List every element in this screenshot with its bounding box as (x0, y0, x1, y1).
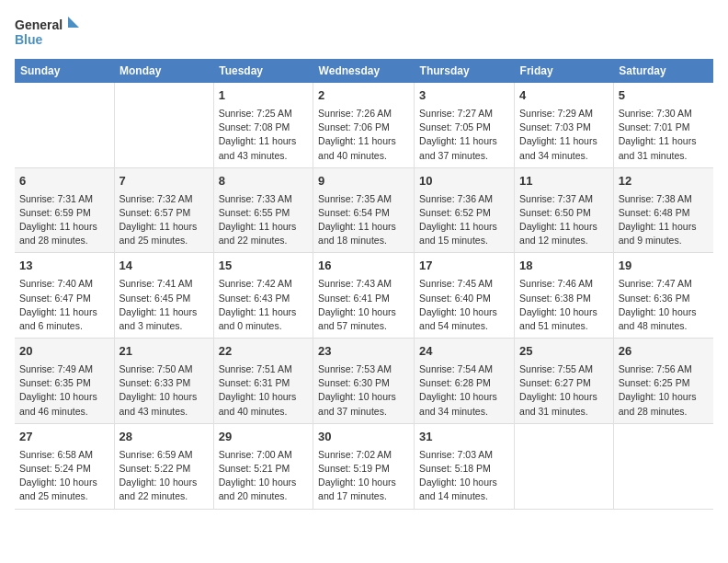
header-wednesday: Wednesday (313, 59, 415, 83)
day-info: Sunrise: 7:27 AMSunset: 7:05 PMDaylight:… (419, 107, 509, 163)
calendar-cell: 9Sunrise: 7:35 AMSunset: 6:54 PMDaylight… (313, 167, 415, 253)
day-number: 3 (419, 87, 509, 105)
calendar-cell: 27Sunrise: 6:58 AMSunset: 5:24 PMDayligh… (15, 423, 114, 509)
day-info: Sunrise: 7:25 AMSunset: 7:08 PMDaylight:… (219, 107, 308, 163)
day-info: Sunrise: 7:03 AMSunset: 5:18 PMDaylight:… (419, 448, 509, 504)
day-info: Sunrise: 7:37 AMSunset: 6:50 PMDaylight:… (519, 192, 609, 248)
calendar-cell: 24Sunrise: 7:54 AMSunset: 6:28 PMDayligh… (415, 339, 515, 424)
calendar-week-row: 20Sunrise: 7:49 AMSunset: 6:35 PMDayligh… (15, 339, 713, 424)
day-info: Sunrise: 7:38 AMSunset: 6:48 PMDaylight:… (619, 192, 709, 248)
day-number: 31 (419, 429, 509, 446)
day-info: Sunrise: 7:51 AMSunset: 6:31 PMDaylight:… (219, 362, 308, 419)
page-header: GeneralBlue (15, 15, 713, 50)
day-number: 11 (519, 173, 609, 190)
calendar-cell: 19Sunrise: 7:47 AMSunset: 6:36 PMDayligh… (613, 253, 713, 339)
day-info: Sunrise: 7:54 AMSunset: 6:28 PMDaylight:… (419, 362, 509, 419)
calendar-cell (613, 423, 713, 509)
day-number: 28 (119, 429, 209, 446)
day-number: 10 (419, 173, 509, 190)
calendar-cell: 23Sunrise: 7:53 AMSunset: 6:30 PMDayligh… (313, 339, 415, 424)
calendar-cell: 5Sunrise: 7:30 AMSunset: 7:01 PMDaylight… (613, 83, 713, 167)
day-number: 9 (318, 173, 409, 190)
day-number: 24 (419, 343, 509, 361)
calendar-cell: 29Sunrise: 7:00 AMSunset: 5:21 PMDayligh… (213, 423, 313, 509)
day-number: 16 (318, 258, 409, 275)
calendar-header-row: SundayMondayTuesdayWednesdayThursdayFrid… (15, 59, 713, 83)
calendar-cell: 18Sunrise: 7:46 AMSunset: 6:38 PMDayligh… (515, 253, 614, 339)
day-number: 27 (19, 429, 109, 446)
day-info: Sunrise: 7:53 AMSunset: 6:30 PMDaylight:… (318, 362, 409, 419)
calendar-cell: 14Sunrise: 7:41 AMSunset: 6:45 PMDayligh… (114, 253, 213, 339)
calendar-cell: 11Sunrise: 7:37 AMSunset: 6:50 PMDayligh… (515, 167, 614, 253)
day-info: Sunrise: 7:45 AMSunset: 6:40 PMDaylight:… (419, 277, 509, 333)
day-info: Sunrise: 7:47 AMSunset: 6:36 PMDaylight:… (619, 277, 709, 333)
calendar-week-row: 13Sunrise: 7:40 AMSunset: 6:47 PMDayligh… (15, 253, 713, 339)
calendar-cell: 12Sunrise: 7:38 AMSunset: 6:48 PMDayligh… (613, 167, 713, 253)
header-friday: Friday (515, 59, 614, 83)
day-info: Sunrise: 7:56 AMSunset: 6:25 PMDaylight:… (619, 362, 709, 419)
calendar-cell: 31Sunrise: 7:03 AMSunset: 5:18 PMDayligh… (415, 423, 515, 509)
day-number: 5 (619, 87, 709, 105)
day-info: Sunrise: 7:29 AMSunset: 7:03 PMDaylight:… (519, 107, 609, 163)
day-info: Sunrise: 7:35 AMSunset: 6:54 PMDaylight:… (318, 192, 409, 248)
calendar-cell: 28Sunrise: 6:59 AMSunset: 5:22 PMDayligh… (114, 423, 213, 509)
header-tuesday: Tuesday (213, 59, 313, 83)
day-number: 25 (519, 343, 609, 361)
header-monday: Monday (114, 59, 213, 83)
day-info: Sunrise: 7:31 AMSunset: 6:59 PMDaylight:… (19, 192, 109, 248)
day-info: Sunrise: 7:41 AMSunset: 6:45 PMDaylight:… (119, 277, 209, 333)
day-info: Sunrise: 7:02 AMSunset: 5:19 PMDaylight:… (318, 448, 409, 504)
day-number: 21 (119, 343, 209, 361)
day-info: Sunrise: 7:40 AMSunset: 6:47 PMDaylight:… (19, 277, 109, 333)
calendar-cell (114, 83, 213, 167)
svg-marker-0 (68, 17, 79, 28)
day-info: Sunrise: 7:30 AMSunset: 7:01 PMDaylight:… (619, 107, 709, 163)
calendar-cell: 4Sunrise: 7:29 AMSunset: 7:03 PMDaylight… (515, 83, 614, 167)
calendar-cell: 22Sunrise: 7:51 AMSunset: 6:31 PMDayligh… (213, 339, 313, 424)
day-number: 12 (619, 173, 709, 190)
calendar-week-row: 6Sunrise: 7:31 AMSunset: 6:59 PMDaylight… (15, 167, 713, 253)
day-info: Sunrise: 7:50 AMSunset: 6:33 PMDaylight:… (119, 362, 209, 419)
calendar-cell: 13Sunrise: 7:40 AMSunset: 6:47 PMDayligh… (15, 253, 114, 339)
calendar-cell (15, 83, 114, 167)
calendar-cell: 16Sunrise: 7:43 AMSunset: 6:41 PMDayligh… (313, 253, 415, 339)
calendar-cell: 1Sunrise: 7:25 AMSunset: 7:08 PMDaylight… (213, 83, 313, 167)
calendar-cell: 15Sunrise: 7:42 AMSunset: 6:43 PMDayligh… (213, 253, 313, 339)
day-number: 20 (19, 343, 109, 361)
day-number: 6 (19, 173, 109, 190)
calendar-cell: 10Sunrise: 7:36 AMSunset: 6:52 PMDayligh… (415, 167, 515, 253)
day-number: 23 (318, 343, 409, 361)
day-info: Sunrise: 7:55 AMSunset: 6:27 PMDaylight:… (519, 362, 609, 419)
calendar-week-row: 27Sunrise: 6:58 AMSunset: 5:24 PMDayligh… (15, 423, 713, 509)
calendar-cell: 21Sunrise: 7:50 AMSunset: 6:33 PMDayligh… (114, 339, 213, 424)
calendar-cell: 6Sunrise: 7:31 AMSunset: 6:59 PMDaylight… (15, 167, 114, 253)
calendar-cell (515, 423, 614, 509)
day-number: 2 (318, 87, 409, 105)
calendar-cell: 2Sunrise: 7:26 AMSunset: 7:06 PMDaylight… (313, 83, 415, 167)
day-info: Sunrise: 7:43 AMSunset: 6:41 PMDaylight:… (318, 277, 409, 333)
day-number: 26 (619, 343, 709, 361)
day-number: 15 (219, 258, 308, 275)
day-info: Sunrise: 7:33 AMSunset: 6:55 PMDaylight:… (219, 192, 308, 248)
calendar-cell: 3Sunrise: 7:27 AMSunset: 7:05 PMDaylight… (415, 83, 515, 167)
day-number: 1 (219, 87, 308, 105)
day-number: 22 (219, 343, 308, 361)
calendar-cell: 25Sunrise: 7:55 AMSunset: 6:27 PMDayligh… (515, 339, 614, 424)
day-number: 17 (419, 258, 509, 275)
calendar-cell: 30Sunrise: 7:02 AMSunset: 5:19 PMDayligh… (313, 423, 415, 509)
day-number: 19 (619, 258, 709, 275)
calendar-cell: 26Sunrise: 7:56 AMSunset: 6:25 PMDayligh… (613, 339, 713, 424)
calendar-cell: 8Sunrise: 7:33 AMSunset: 6:55 PMDaylight… (213, 167, 313, 253)
day-info: Sunrise: 7:46 AMSunset: 6:38 PMDaylight:… (519, 277, 609, 333)
day-number: 7 (119, 173, 209, 190)
day-number: 13 (19, 258, 109, 275)
logo-svg: GeneralBlue (15, 15, 79, 50)
calendar-week-row: 1Sunrise: 7:25 AMSunset: 7:08 PMDaylight… (15, 83, 713, 167)
header-thursday: Thursday (415, 59, 515, 83)
header-saturday: Saturday (613, 59, 713, 83)
header-sunday: Sunday (15, 59, 114, 83)
day-number: 8 (219, 173, 308, 190)
day-number: 30 (318, 429, 409, 446)
day-info: Sunrise: 7:26 AMSunset: 7:06 PMDaylight:… (318, 107, 409, 163)
day-info: Sunrise: 7:36 AMSunset: 6:52 PMDaylight:… (419, 192, 509, 248)
